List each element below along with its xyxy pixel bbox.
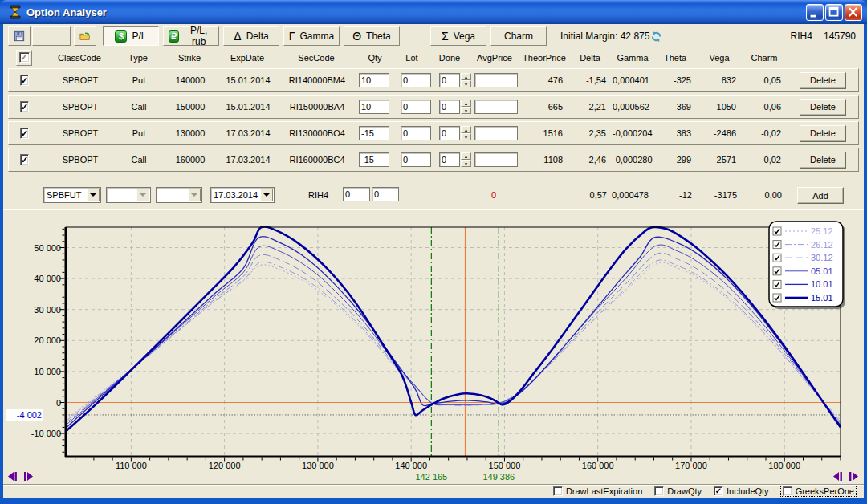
chevron-down-icon bbox=[188, 189, 201, 201]
tab-delta[interactable]: ΔDelta bbox=[223, 26, 279, 46]
done-input[interactable] bbox=[439, 126, 460, 140]
done-input[interactable] bbox=[439, 100, 460, 114]
chart-scroll-right-icon[interactable] bbox=[23, 471, 34, 482]
classcode-select[interactable]: SPBFUT bbox=[43, 187, 101, 203]
column-header-seccode: SecCode bbox=[276, 53, 356, 63]
last-price-label: 145790 bbox=[824, 30, 856, 42]
expdate-select[interactable]: 17.03.2014 bbox=[210, 187, 275, 203]
lot-input[interactable] bbox=[401, 126, 431, 140]
delete-button[interactable]: Delete bbox=[800, 99, 846, 116]
titlebar[interactable]: Option Analyser bbox=[0, 0, 867, 24]
cell-strike: 150000 bbox=[161, 102, 219, 112]
tab-vega[interactable]: ΣVega bbox=[430, 26, 486, 46]
spinner-up-button[interactable]: ▲ bbox=[461, 126, 471, 133]
column-header-done: Done bbox=[430, 53, 469, 63]
row-checkbox[interactable]: ✓ bbox=[20, 128, 29, 139]
minimize-button[interactable] bbox=[806, 4, 824, 21]
checkbox-icon[interactable]: ✓ bbox=[714, 486, 723, 496]
maximize-button[interactable] bbox=[825, 4, 843, 21]
y-tick-label: -10 000 bbox=[31, 429, 61, 438]
avgprice-input[interactable] bbox=[474, 73, 518, 87]
qty-input[interactable] bbox=[359, 100, 389, 114]
done-input[interactable] bbox=[439, 152, 460, 167]
type-select[interactable] bbox=[106, 187, 151, 203]
avgprice-input[interactable] bbox=[474, 100, 518, 114]
tab-pl[interactable]: $P/L bbox=[103, 26, 159, 46]
tab-plrub[interactable]: ₽P/L, rub bbox=[163, 26, 219, 46]
column-header-charm: Charm bbox=[742, 53, 787, 63]
tab-label: Gamma bbox=[300, 30, 335, 42]
tab-label: Vega bbox=[454, 30, 475, 42]
option-checkbox-greeksperone[interactable]: GreeksPerOne bbox=[781, 486, 856, 496]
strike-select[interactable] bbox=[156, 187, 202, 203]
qty-input[interactable] bbox=[359, 126, 389, 140]
option-checkbox-drawqty[interactable]: DrawQty bbox=[654, 486, 702, 496]
add-lot-input[interactable] bbox=[372, 187, 399, 201]
legend-label: 15.01 bbox=[811, 293, 833, 303]
checkbox-icon[interactable] bbox=[654, 486, 664, 496]
save-icon bbox=[14, 30, 25, 43]
avgprice-input[interactable] bbox=[474, 126, 518, 140]
row-checkbox[interactable]: ✓ bbox=[20, 75, 29, 86]
column-header-avgprice: AvgPrice bbox=[469, 53, 520, 63]
refresh-icon[interactable] bbox=[650, 26, 662, 46]
close-button[interactable] bbox=[845, 4, 862, 21]
column-header-theta: Theta bbox=[653, 53, 697, 63]
lot-input[interactable] bbox=[401, 100, 431, 114]
spinner-down-button[interactable]: ▼ bbox=[461, 160, 471, 167]
blank-button[interactable] bbox=[32, 26, 71, 46]
x-tick-label: 180 000 bbox=[768, 461, 800, 470]
checkbox-icon[interactable] bbox=[553, 486, 563, 496]
column-header-classcode: ClassCode bbox=[43, 53, 116, 63]
tab-gamma[interactable]: ΓGamma bbox=[283, 26, 340, 46]
row-checkbox[interactable]: ✓ bbox=[20, 154, 29, 165]
cell-theorprice: 476 bbox=[521, 75, 569, 85]
lot-input[interactable] bbox=[401, 152, 431, 167]
row-checkbox[interactable]: ✓ bbox=[20, 101, 29, 112]
option-checkbox-includeqty[interactable]: ✓IncludeQty bbox=[714, 486, 769, 496]
chart-scroll-left-icon[interactable] bbox=[832, 471, 843, 482]
open-folder-button[interactable] bbox=[74, 26, 96, 46]
tab-theta[interactable]: ΘTheta bbox=[344, 26, 400, 46]
cell-vega: -2571 bbox=[698, 155, 743, 165]
x-tick-label: 110 000 bbox=[116, 461, 147, 470]
spinner-up-button[interactable]: ▲ bbox=[461, 152, 471, 160]
spinner-down-button[interactable]: ▼ bbox=[461, 133, 471, 140]
spinner-down-button[interactable]: ▼ bbox=[461, 80, 471, 87]
chevron-down-icon bbox=[87, 189, 100, 201]
initial-margin-label: Initial Margin: 42 875 bbox=[560, 26, 649, 46]
add-seccode-label: RIH4 bbox=[308, 190, 328, 200]
avgprice-input[interactable] bbox=[474, 152, 518, 167]
spinner-down-button[interactable]: ▼ bbox=[461, 107, 471, 114]
select-all-checkbox[interactable]: ✓ bbox=[16, 50, 32, 66]
checkbox-icon[interactable] bbox=[783, 486, 792, 496]
tab-charm[interactable]: Charm bbox=[490, 26, 547, 46]
option-checkbox-drawlastexpiration[interactable]: DrawLastExpiration bbox=[553, 486, 642, 496]
delete-button[interactable]: Delete bbox=[800, 72, 846, 89]
column-header-theorprice: TheorPrice bbox=[520, 53, 568, 63]
expdate-select-value: 17.03.2014 bbox=[211, 190, 260, 200]
cell-gamma: -0,000204 bbox=[613, 128, 654, 138]
lot-input[interactable] bbox=[401, 73, 431, 87]
checkbox-label: IncludeQty bbox=[727, 486, 769, 496]
chart-scroll-left-icon[interactable] bbox=[7, 471, 18, 482]
cell-theta: 383 bbox=[654, 128, 698, 138]
add-button[interactable]: Add bbox=[797, 187, 844, 204]
breakeven-label: 149 386 bbox=[482, 472, 515, 482]
y-tick-label: 10 000 bbox=[34, 367, 61, 376]
qty-input[interactable] bbox=[359, 152, 389, 167]
delete-button[interactable]: Delete bbox=[800, 125, 846, 142]
qty-input[interactable] bbox=[359, 73, 389, 87]
cell-seccode: RI150000BA4 bbox=[277, 102, 357, 112]
cell-delta: -1,54 bbox=[569, 75, 613, 85]
spinner-up-button[interactable]: ▲ bbox=[461, 73, 471, 80]
done-spinner: ▲▼ bbox=[461, 100, 471, 114]
save-button[interactable] bbox=[8, 26, 31, 46]
done-input[interactable] bbox=[439, 73, 460, 87]
delete-button[interactable]: Delete bbox=[800, 152, 846, 169]
cell-expdate: 15.01.2014 bbox=[219, 75, 277, 85]
spinner-up-button[interactable]: ▲ bbox=[461, 100, 471, 107]
classcode-select-value: SPBFUT bbox=[44, 190, 87, 200]
chart-scroll-right-icon[interactable] bbox=[849, 471, 859, 482]
add-qty-input[interactable] bbox=[343, 187, 370, 201]
